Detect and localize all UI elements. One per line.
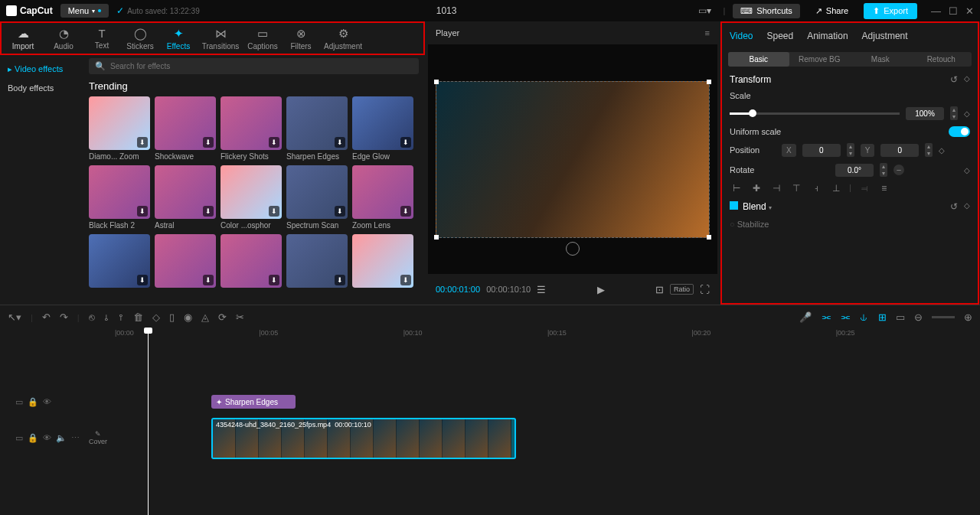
menu-button[interactable]: Menu▾ xyxy=(60,4,109,18)
play-button[interactable]: ▶ xyxy=(597,284,605,295)
subtab-remove-bg[interactable]: Remove BG xyxy=(789,52,851,67)
crop-tool-icon[interactable]: ✂ xyxy=(236,311,244,323)
effect-item[interactable]: ⬇ xyxy=(89,234,150,290)
preview-icon[interactable]: ⊞ xyxy=(878,311,887,323)
layout-icon[interactable]: ▭ xyxy=(896,311,905,323)
flip-h-icon[interactable]: ◬ xyxy=(201,311,209,323)
keyframe-icon[interactable]: ◇ xyxy=(964,166,970,174)
effect-item[interactable]: ⬇Spectrum Scan xyxy=(286,165,348,230)
effect-item[interactable]: ⬇Shockwave xyxy=(155,96,216,161)
tab-audio[interactable]: ◔Audio xyxy=(44,23,83,54)
zoom-in-icon[interactable]: ⊕ xyxy=(964,311,972,323)
uniform-scale-toggle[interactable] xyxy=(949,126,970,137)
download-icon[interactable]: ⬇ xyxy=(400,275,411,285)
split-left-icon[interactable]: ⫰ xyxy=(104,311,109,323)
close-button[interactable]: ✕ xyxy=(965,5,974,17)
track-lock-icon[interactable]: 🔒 xyxy=(28,433,38,443)
position-x[interactable]: 0 xyxy=(802,144,841,157)
blend-checkbox[interactable] xyxy=(730,201,738,210)
track-more-icon[interactable]: ⋯ xyxy=(71,433,80,443)
download-icon[interactable]: ⬇ xyxy=(137,206,148,217)
track-visible-icon[interactable]: 👁 xyxy=(43,397,51,407)
rotate-stepper[interactable]: ▴▾ xyxy=(880,163,887,177)
fullscreen-icon[interactable]: ⛶ xyxy=(700,284,710,295)
y-stepper[interactable]: ▴▾ xyxy=(925,143,933,157)
keyframe-icon[interactable]: ◇ xyxy=(964,201,970,212)
resize-handle[interactable] xyxy=(434,235,439,240)
tab-adjustment[interactable]: ⚙Adjustment xyxy=(320,23,366,54)
track-group-icon[interactable]: ▭ xyxy=(15,433,23,443)
shortcuts-button[interactable]: ⌨Shortcuts xyxy=(733,4,799,18)
tab-filters[interactable]: ⊗Filters xyxy=(282,23,320,54)
mirror-icon[interactable]: ▯ xyxy=(169,311,175,323)
track-group-icon[interactable]: ▭ xyxy=(15,397,23,407)
refresh-icon[interactable]: ⟳ xyxy=(218,311,227,323)
download-icon[interactable]: ⬇ xyxy=(137,275,148,285)
layout-icon[interactable]: ▭▾ xyxy=(694,3,716,18)
effect-item[interactable]: ⬇ xyxy=(286,234,348,290)
project-title[interactable]: 1013 xyxy=(436,5,457,16)
resize-handle[interactable] xyxy=(707,235,711,240)
track-mute-icon[interactable]: 🔈 xyxy=(56,433,67,443)
effect-item[interactable]: ⬇Black Flash 2 xyxy=(89,165,150,230)
download-icon[interactable]: ⬇ xyxy=(203,137,214,148)
effect-item[interactable]: ⬇Sharpen Edges xyxy=(286,96,348,161)
sidebar-body-effects[interactable]: Body effects xyxy=(0,79,83,97)
effect-item[interactable]: ⬇Edge Glow xyxy=(352,96,413,161)
tab-speed[interactable]: Speed xyxy=(766,31,793,41)
mic-icon[interactable]: 🎤 xyxy=(799,311,812,323)
search-box[interactable]: 🔍 xyxy=(89,58,419,74)
ratio-button[interactable]: Ratio xyxy=(670,284,694,295)
share-button[interactable]: ↗Share xyxy=(808,4,856,18)
rotate-value[interactable]: 0.0° xyxy=(835,164,874,177)
effect-item[interactable]: ⬇Astral xyxy=(155,165,216,230)
download-icon[interactable]: ⬇ xyxy=(335,137,345,148)
crop-icon[interactable]: ⊡ xyxy=(655,284,664,295)
timeline-ruler[interactable]: |00:00 |00:05 |00:10 |00:15 |00:20 |00:2… xyxy=(0,329,980,344)
player-menu-icon[interactable]: ≡ xyxy=(705,28,710,37)
minimize-button[interactable]: — xyxy=(931,5,941,17)
playhead[interactable] xyxy=(148,329,149,515)
tab-stickers[interactable]: ◯Stickers xyxy=(121,23,159,54)
list-icon[interactable]: ☰ xyxy=(537,284,546,295)
search-input[interactable] xyxy=(110,62,413,70)
effect-item[interactable]: ⬇ xyxy=(155,234,216,290)
tab-transitions[interactable]: ⋈Transitions xyxy=(198,23,243,54)
keyframe-icon[interactable]: ◇ xyxy=(939,146,945,155)
record-icon[interactable]: ◉ xyxy=(184,311,192,323)
redo-icon[interactable]: ↷ xyxy=(60,311,68,323)
align-center-h-icon[interactable]: ✚ xyxy=(750,183,763,194)
distribute-v-icon[interactable]: ≡ xyxy=(877,183,891,194)
download-icon[interactable]: ⬇ xyxy=(400,206,411,217)
subtab-mask[interactable]: Mask xyxy=(850,52,911,67)
blend-header[interactable]: Blend ▾ ↺◇ xyxy=(730,201,970,212)
preview-area[interactable] xyxy=(428,44,717,274)
distribute-h-icon[interactable]: ⫤ xyxy=(858,183,871,194)
keyframe-icon[interactable]: ◇ xyxy=(964,109,970,118)
magnet-icon[interactable]: ⫘ xyxy=(821,311,831,323)
rotate-dial[interactable]: − xyxy=(893,165,904,175)
transform-header[interactable]: Transform ↺◇ xyxy=(730,74,970,85)
reset-icon[interactable]: ↺ xyxy=(950,201,958,212)
download-icon[interactable]: ⬇ xyxy=(203,206,214,217)
align-center-v-icon[interactable]: ⫞ xyxy=(809,183,823,194)
track-visible-icon[interactable]: 👁 xyxy=(43,433,51,443)
split-icon[interactable]: ⎋ xyxy=(89,311,95,323)
download-icon[interactable]: ⬇ xyxy=(335,206,345,217)
effect-item[interactable]: ⬇Diamo... Zoom xyxy=(89,96,150,161)
delete-icon[interactable]: 🗑 xyxy=(133,311,143,323)
effect-item[interactable]: ⬇ xyxy=(352,234,413,290)
crop-icon[interactable]: ◇ xyxy=(152,311,160,323)
download-icon[interactable]: ⬇ xyxy=(335,275,345,285)
cover-button[interactable]: ✎ Cover xyxy=(89,430,107,445)
scale-value[interactable]: 100% xyxy=(906,107,944,120)
download-icon[interactable]: ⬇ xyxy=(269,275,279,285)
stabilize-label[interactable]: Stabilize xyxy=(737,220,769,229)
download-icon[interactable]: ⬇ xyxy=(203,275,214,285)
zoom-slider[interactable] xyxy=(932,316,955,318)
zoom-out-icon[interactable]: ⊖ xyxy=(914,311,923,323)
effect-item[interactable]: ⬇Color ...osphor xyxy=(220,165,282,230)
sidebar-video-effects[interactable]: Video effects xyxy=(0,60,83,79)
resize-handle[interactable] xyxy=(707,80,711,84)
effect-item[interactable]: ⬇ xyxy=(220,234,282,290)
